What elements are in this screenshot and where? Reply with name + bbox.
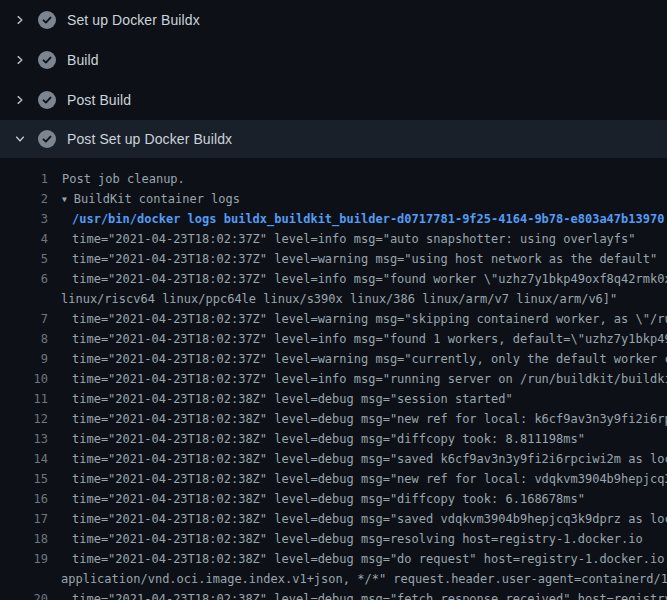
check-circle-icon: [38, 130, 56, 148]
log-text: time="2021-04-23T18:02:37Z" level=info m…: [72, 269, 667, 289]
line-number[interactable]: 13: [0, 429, 48, 449]
log-line: 20time="2021-04-23T18:02:38Z" level=debu…: [0, 589, 667, 600]
line-number[interactable]: 16: [0, 489, 48, 509]
log-line: 1Post job cleanup.: [0, 169, 667, 189]
check-circle-icon: [38, 11, 56, 29]
line-number[interactable]: 1: [0, 169, 48, 189]
line-number[interactable]: 2: [0, 189, 48, 209]
step-row-post-build[interactable]: Post Build: [0, 80, 667, 120]
log-line: 8time="2021-04-23T18:02:37Z" level=info …: [0, 329, 667, 349]
log-line: 15time="2021-04-23T18:02:38Z" level=debu…: [0, 469, 667, 489]
workflow-log-viewer: Set up Docker BuildxBuildPost BuildPost …: [0, 0, 667, 600]
command-text: /usr/bin/docker logs buildx_buildkit_bui…: [72, 209, 664, 229]
line-number[interactable]: 15: [0, 469, 48, 489]
step-row-build[interactable]: Build: [0, 40, 667, 80]
line-number[interactable]: 19: [0, 549, 48, 569]
log-text: time="2021-04-23T18:02:37Z" level=warnin…: [72, 309, 667, 329]
line-number[interactable]: 6: [0, 269, 48, 289]
log-text: time="2021-04-23T18:02:37Z" level=warnin…: [72, 349, 667, 369]
step-label: Set up Docker Buildx: [67, 12, 200, 28]
log-line: 13time="2021-04-23T18:02:38Z" level=debu…: [0, 429, 667, 449]
log-line: 4time="2021-04-23T18:02:37Z" level=info …: [0, 229, 667, 249]
log-line: 18time="2021-04-23T18:02:38Z" level=debu…: [0, 529, 667, 549]
log-text: time="2021-04-23T18:02:38Z" level=debug …: [72, 429, 585, 449]
log-group-title: BuildKit container logs: [74, 192, 240, 206]
line-number[interactable]: 20: [0, 589, 48, 600]
log-text: time="2021-04-23T18:02:37Z" level=info m…: [72, 329, 667, 349]
step-label: Post Build: [67, 92, 131, 108]
log-text: time="2021-04-23T18:02:38Z" level=debug …: [72, 469, 667, 489]
log-text: Post job cleanup.: [62, 169, 185, 189]
chevron-right-icon: [12, 92, 28, 108]
line-number[interactable]: 4: [0, 229, 48, 249]
log-line: 6time="2021-04-23T18:02:37Z" level=info …: [0, 269, 667, 289]
log-line: 12time="2021-04-23T18:02:38Z" level=debu…: [0, 409, 667, 429]
log-text: application/vnd.oci.image.index.v1+json,…: [61, 569, 667, 589]
log-line: 7time="2021-04-23T18:02:37Z" level=warni…: [0, 309, 667, 329]
line-number[interactable]: 11: [0, 389, 48, 409]
log-line: 10time="2021-04-23T18:02:37Z" level=info…: [0, 369, 667, 389]
line-number[interactable]: 10: [0, 369, 48, 389]
log-text: time="2021-04-23T18:02:38Z" level=debug …: [72, 509, 667, 529]
line-number[interactable]: 3: [0, 209, 48, 229]
log-group-toggle[interactable]: ▼BuildKit container logs: [62, 189, 240, 210]
line-number[interactable]: 17: [0, 509, 48, 529]
log-line: application/vnd.oci.image.index.v1+json,…: [0, 569, 667, 589]
log-text: time="2021-04-23T18:02:38Z" level=debug …: [72, 489, 585, 509]
step-row-set-up-docker-buildx[interactable]: Set up Docker Buildx: [0, 0, 667, 40]
chevron-right-icon: [12, 12, 28, 28]
log-text: linux/riscv64 linux/ppc64le linux/s390x …: [61, 289, 617, 309]
log-text: time="2021-04-23T18:02:38Z" level=debug …: [72, 529, 643, 549]
log-text: time="2021-04-23T18:02:37Z" level=info m…: [72, 369, 667, 389]
step-label: Post Set up Docker Buildx: [67, 131, 232, 147]
log-area: 1Post job cleanup.2▼BuildKit container l…: [0, 158, 667, 600]
step-row-post-set-up-docker-buildx[interactable]: Post Set up Docker Buildx: [0, 120, 667, 158]
line-number[interactable]: 5: [0, 249, 48, 269]
log-text: time="2021-04-23T18:02:38Z" level=debug …: [72, 389, 513, 409]
line-number[interactable]: 14: [0, 449, 48, 469]
chevron-down-icon: [12, 131, 28, 147]
check-circle-icon: [38, 91, 56, 109]
log-line: 14time="2021-04-23T18:02:38Z" level=debu…: [0, 449, 667, 469]
log-text: time="2021-04-23T18:02:38Z" level=debug …: [72, 449, 667, 469]
log-text: time="2021-04-23T18:02:38Z" level=debug …: [72, 549, 667, 569]
log-line: 2▼BuildKit container logs: [0, 189, 667, 209]
log-text: time="2021-04-23T18:02:37Z" level=warnin…: [72, 249, 657, 269]
chevron-right-icon: [12, 52, 28, 68]
log-line: linux/riscv64 linux/ppc64le linux/s390x …: [0, 289, 667, 309]
line-number[interactable]: 18: [0, 529, 48, 549]
line-number[interactable]: 8: [0, 329, 48, 349]
check-circle-icon: [38, 51, 56, 69]
log-line: 9time="2021-04-23T18:02:37Z" level=warni…: [0, 349, 667, 369]
log-text: time="2021-04-23T18:02:37Z" level=info m…: [72, 229, 636, 249]
log-text: time="2021-04-23T18:02:38Z" level=debug …: [72, 409, 667, 429]
group-collapse-icon: ▼: [62, 190, 67, 210]
log-line: 16time="2021-04-23T18:02:38Z" level=debu…: [0, 489, 667, 509]
log-line: 5time="2021-04-23T18:02:37Z" level=warni…: [0, 249, 667, 269]
log-line: 3/usr/bin/docker logs buildx_buildkit_bu…: [0, 209, 667, 229]
steps-list: Set up Docker BuildxBuildPost BuildPost …: [0, 0, 667, 158]
log-text: time="2021-04-23T18:02:38Z" level=debug …: [72, 589, 667, 600]
log-line: 17time="2021-04-23T18:02:38Z" level=debu…: [0, 509, 667, 529]
log-line: 19time="2021-04-23T18:02:38Z" level=debu…: [0, 549, 667, 569]
line-number[interactable]: 9: [0, 349, 48, 369]
line-number[interactable]: 12: [0, 409, 48, 429]
step-label: Build: [67, 52, 99, 68]
line-number[interactable]: 7: [0, 309, 48, 329]
log-line: 11time="2021-04-23T18:02:38Z" level=debu…: [0, 389, 667, 409]
